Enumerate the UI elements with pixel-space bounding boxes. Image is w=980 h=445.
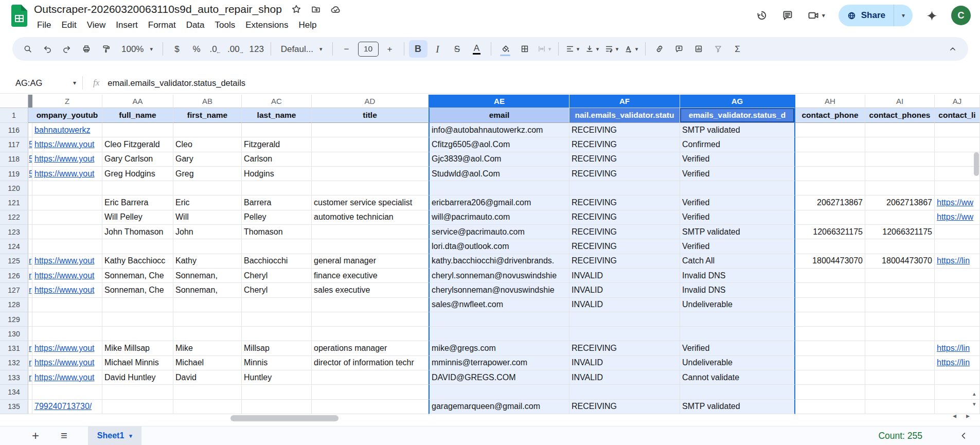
cell-AC-135[interactable]	[242, 400, 312, 414]
row-header-127[interactable]: 127	[0, 283, 28, 297]
cell-AC-120[interactable]	[242, 181, 312, 195]
zoom-select[interactable]: 100%▾	[116, 40, 158, 58]
cell-AC-129[interactable]	[242, 312, 312, 327]
cell-AD-132[interactable]: director of information techr	[312, 356, 429, 370]
cell-AG-125[interactable]: Catch All	[680, 254, 795, 269]
cell-AA-1[interactable]: full_name	[102, 108, 173, 123]
cell-AG-128[interactable]: Undeliverable	[680, 298, 795, 312]
scroll-up-icon[interactable]: ▴	[973, 390, 976, 397]
cell-AD-127[interactable]: sales executive	[312, 283, 429, 297]
cell-AH-118[interactable]	[795, 152, 865, 167]
cell-AE-116[interactable]: info@autobahnautowerkz.com	[429, 123, 569, 137]
cell-AG-129[interactable]	[680, 312, 795, 327]
cell-AH-131[interactable]	[795, 341, 865, 355]
cell-AI-123[interactable]: 12066321175	[865, 225, 935, 239]
row-header-133[interactable]: 133	[0, 370, 28, 385]
cell-AC-116[interactable]	[242, 123, 312, 137]
row-header-118[interactable]: 118	[0, 152, 28, 167]
cell-sliver-125[interactable]: r	[28, 254, 32, 269]
row-header-134[interactable]: 134	[0, 385, 28, 399]
row-header-120[interactable]: 120	[0, 181, 28, 195]
cell-Z-124[interactable]	[32, 239, 102, 254]
cell-AB-118[interactable]: Gary	[173, 152, 242, 167]
add-sheet-button[interactable]: +	[32, 430, 39, 442]
formula-input[interactable]: email.emails_validator.status_details	[108, 78, 245, 88]
cell-AE-134[interactable]	[429, 385, 569, 399]
cell-AF-119[interactable]: RECEIVING	[569, 167, 680, 181]
cell-AD-117[interactable]	[312, 137, 429, 152]
cell-AD-116[interactable]	[312, 123, 429, 137]
cell-AJ-116[interactable]	[935, 123, 980, 137]
cell-AF-122[interactable]: RECEIVING	[569, 210, 680, 225]
column-header-AC[interactable]: AC	[242, 95, 312, 108]
borders-button[interactable]	[515, 40, 534, 58]
cell-AF-117[interactable]: RECEIVING	[569, 137, 680, 152]
cell-AI-135[interactable]	[865, 400, 935, 414]
insert-chart-button[interactable]	[689, 40, 708, 58]
cell-AA-126[interactable]: Sonneman, Che	[102, 269, 173, 283]
cell-AE-124[interactable]: lori.dta@outlook.com	[429, 239, 569, 254]
cell-AH-133[interactable]	[795, 370, 865, 385]
cell-Z-117[interactable]: https://www.yout	[32, 137, 102, 152]
cell-AJ-132[interactable]: https://lin	[935, 356, 980, 370]
cell-AF-133[interactable]: INVALID	[569, 370, 680, 385]
cell-AB-117[interactable]: Cleo	[173, 137, 242, 152]
cell-AI-121[interactable]: 2062713867	[865, 195, 935, 210]
cell-AA-127[interactable]: Sonneman, Che	[102, 283, 173, 297]
cell-AI-129[interactable]	[865, 312, 935, 327]
menu-edit[interactable]: Edit	[56, 19, 81, 32]
cell-Z-133[interactable]: https://www.yout	[32, 370, 102, 385]
cell-AF-131[interactable]: RECEIVING	[569, 341, 680, 355]
row-header-122[interactable]: 122	[0, 210, 28, 225]
cell-AJ-117[interactable]	[935, 137, 980, 152]
create-filter-button[interactable]	[709, 40, 727, 58]
menu-extensions[interactable]: Extensions	[240, 19, 293, 32]
cell-AJ-1[interactable]: contact_li	[935, 108, 980, 123]
cell-AG-117[interactable]: Confirmed	[680, 137, 795, 152]
column-header-AH[interactable]: AH	[795, 95, 865, 108]
row-header-126[interactable]: 126	[0, 269, 28, 283]
cell-AJ-121[interactable]: https://ww	[935, 195, 980, 210]
cell-AI-130[interactable]	[865, 327, 935, 341]
column-header-AG[interactable]: AG	[680, 95, 795, 108]
cell-Z-121[interactable]	[32, 195, 102, 210]
column-header-AF[interactable]: AF	[569, 95, 680, 108]
row-header-128[interactable]: 128	[0, 298, 28, 312]
cell-AI-125[interactable]: 18004473070	[865, 254, 935, 269]
cell-AB-116[interactable]	[173, 123, 242, 137]
cell-Z-135[interactable]: 799240713730/	[32, 400, 102, 414]
menu-tools[interactable]: Tools	[210, 19, 241, 32]
cell-AE-135[interactable]: garagemarqueen@gmail.com	[429, 400, 569, 414]
row-header-119[interactable]: 119	[0, 167, 28, 181]
cell-AD-133[interactable]	[312, 370, 429, 385]
cell-sliver-120[interactable]	[28, 181, 32, 195]
sheets-logo-icon[interactable]	[11, 5, 27, 27]
cell-AH-119[interactable]	[795, 167, 865, 181]
text-wrap-button[interactable]: ▾	[602, 40, 621, 58]
cell-AI-118[interactable]	[865, 152, 935, 167]
cell-AD-126[interactable]: finance executive	[312, 269, 429, 283]
cell-AD-124[interactable]	[312, 239, 429, 254]
cell-AF-125[interactable]: RECEIVING	[569, 254, 680, 269]
scroll-down-icon[interactable]: ▾	[973, 401, 976, 407]
cell-sliver-134[interactable]	[28, 385, 32, 399]
cell-AB-126[interactable]: Sonneman,	[173, 269, 242, 283]
cell-Z-130[interactable]	[32, 327, 102, 341]
menu-data[interactable]: Data	[181, 19, 210, 32]
cell-AC-125[interactable]: Bacchiocchi	[242, 254, 312, 269]
cell-AB-120[interactable]	[173, 181, 242, 195]
row-header-116[interactable]: 116	[0, 123, 28, 137]
share-button[interactable]: Share ▾	[839, 5, 913, 26]
cell-AG-135[interactable]: SMTP validated	[680, 400, 795, 414]
cell-AJ-120[interactable]	[935, 181, 980, 195]
cell-AC-131[interactable]: Millsap	[242, 341, 312, 355]
cell-AG-124[interactable]: Verified	[680, 239, 795, 254]
cell-AD-119[interactable]	[312, 167, 429, 181]
cell-AH-127[interactable]	[795, 283, 865, 297]
cell-AF-132[interactable]: INVALID	[569, 356, 680, 370]
cell-AC-121[interactable]: Barrera	[242, 195, 312, 210]
cell-AG-116[interactable]: SMTP validated	[680, 123, 795, 137]
cell-AA-118[interactable]: Gary Carlson	[102, 152, 173, 167]
cell-AD-135[interactable]	[312, 400, 429, 414]
cell-AI-122[interactable]	[865, 210, 935, 225]
